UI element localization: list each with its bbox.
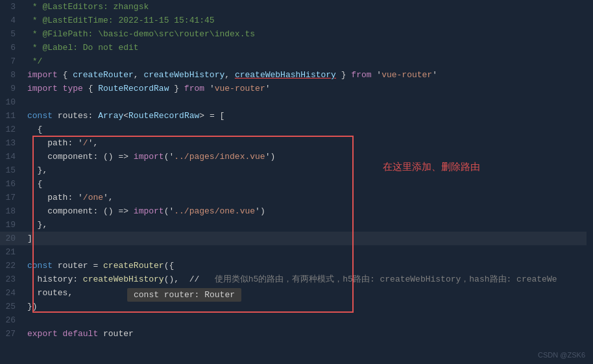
type-tooltip: const router: Router [127,288,241,302]
code-line-16: 16 { [0,177,593,191]
line-number: 7 [0,55,23,68]
line-number: 17 [0,191,23,204]
line-number: 25 [0,300,23,313]
line-content: { [23,123,593,136]
code-line-6: 6 * @Label: Do not edit [0,41,593,55]
code-line-21: 21 [0,245,593,259]
code-line-5: 5 * @FilePath: \basic-demo\src\router\in… [0,27,593,41]
code-editor: 3 * @LastEditors: zhangsk4 * @LastEditTi… [0,0,593,364]
line-content: import type { RouteRecordRaw } from 'vue… [23,82,593,95]
line-number: 26 [0,313,23,327]
line-number: 16 [0,177,23,191]
line-number: 8 [0,68,23,82]
code-line-14: 14 component: () => import('../pages/ind… [0,150,593,164]
line-number: 18 [0,204,23,218]
code-line-9: 9import type { RouteRecordRaw } from 'vu… [0,82,593,95]
code-line-8: 8import { createRouter, createWebHistory… [0,68,593,82]
line-content: component: () => import('../pages/one.vu… [23,204,593,218]
line-content: routes, [23,286,593,300]
code-line-23: 23 history: createWebHistory(), // 使用类似h… [0,273,593,286]
line-number: 3 [0,0,23,14]
line-content: { [23,177,593,191]
line-content: * @FilePath: \basic-demo\src\router\inde… [23,27,593,41]
code-area: 3 * @LastEditors: zhangsk4 * @LastEditTi… [0,0,593,341]
line-number: 21 [0,245,23,259]
line-content: path: '/one', [23,191,593,204]
code-line-13: 13 path: '/', [0,136,593,150]
watermark: CSDN @ZSK6 [538,351,585,359]
line-content: */ [23,55,593,68]
line-content: const routes: Array<RouteRecordRaw> = [ [23,109,593,123]
code-line-15: 15 }, [0,164,593,177]
code-line-4: 4 * @LastEditTime: 2022-11-15 15:41:45 [0,14,593,27]
line-number: 13 [0,136,23,150]
line-number: 10 [0,95,23,109]
line-number: 4 [0,14,23,27]
code-line-27: 27export default router [0,327,593,341]
code-line-18: 18 component: () => import('../pages/one… [0,204,593,218]
code-line-20: 20] [0,232,593,245]
line-content: * @LastEditTime: 2022-11-15 15:41:45 [23,14,593,27]
code-line-10: 10 [0,95,593,109]
line-content: }) [23,300,593,313]
line-number: 6 [0,41,23,55]
line-content: path: '/', [23,136,593,150]
code-line-26: 26 [0,313,593,327]
line-content: export default router [23,327,593,341]
line-number: 19 [0,218,23,232]
code-line-12: 12 { [0,123,593,136]
line-number: 12 [0,123,23,136]
line-number: 5 [0,27,23,41]
line-number: 27 [0,327,23,341]
line-number: 23 [0,273,23,286]
line-number: 20 [0,232,23,245]
line-content: import { createRouter, createWebHistory,… [23,68,593,82]
code-line-24: 24 routes, [0,286,593,300]
line-number: 11 [0,109,23,123]
line-content: * @LastEditors: zhangsk [23,0,593,14]
code-line-25: 25}) [0,300,593,313]
code-line-7: 7 */ [0,55,593,68]
line-content: }, [23,164,593,177]
line-content: }, [23,218,593,232]
line-number: 9 [0,82,23,95]
line-number: 22 [0,259,23,273]
code-line-3: 3 * @LastEditors: zhangsk [0,0,593,14]
line-content: * @Label: Do not edit [23,41,593,55]
line-content: history: createWebHistory(), // 使用类似h5的路… [23,273,593,286]
line-content: component: () => import('../pages/index.… [23,150,593,164]
line-number: 24 [0,286,23,300]
line-content: ] [23,232,593,245]
code-line-19: 19 }, [0,218,593,232]
line-number: 15 [0,164,23,177]
line-number: 14 [0,150,23,164]
scrollbar[interactable] [587,0,593,364]
code-line-11: 11const routes: Array<RouteRecordRaw> = … [0,109,593,123]
code-line-17: 17 path: '/one', [0,191,593,204]
annotation: 在这里添加、删除路由 [383,161,480,173]
line-content: const router = createRouter({ [23,259,593,273]
code-line-22: 22const router = createRouter({ [0,259,593,273]
